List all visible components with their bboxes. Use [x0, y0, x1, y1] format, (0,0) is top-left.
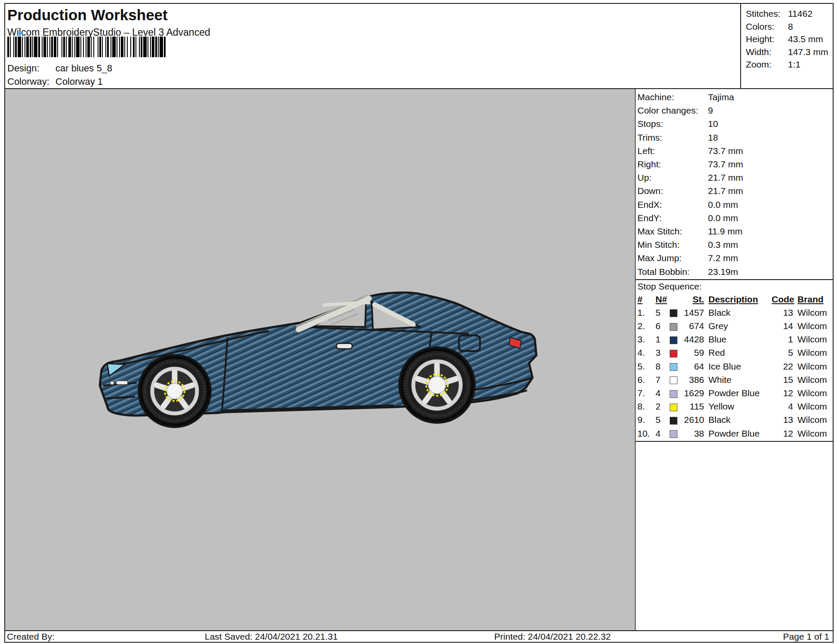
door-handle	[336, 343, 352, 349]
machine-info-row: Max Stitch:11.9 mm	[637, 225, 833, 238]
cell-num: 9.	[637, 413, 655, 426]
design-value: car blues 5_8	[55, 62, 112, 75]
cell-num: 10.	[637, 427, 655, 440]
summary-row-value: 43.5 mm	[788, 33, 823, 46]
thread-color-swatch	[670, 350, 677, 357]
summary-row-label: Zoom:	[746, 58, 788, 71]
printed-label: Printed: 24/04/2021 20.22.32	[494, 631, 611, 642]
machine-info-row-label: EndX:	[637, 198, 708, 211]
machine-info-row-value: 10	[708, 117, 718, 130]
machine-info-row-value: 11.9 mm	[708, 225, 742, 238]
barcode-bar	[34, 37, 37, 57]
stop-sequence-row: 5.864Ice Blue22Wilcom	[636, 360, 833, 373]
machine-info-row-label: Right:	[637, 157, 708, 171]
machine-info-row-value: 73.7 mm	[708, 157, 743, 171]
stop-sequence-row: 3.14428Blue1Wilcom	[636, 333, 833, 346]
machine-info-row-value: 21.7 mm	[708, 171, 743, 184]
last-saved-label: Last Saved: 24/04/2021 20.21.31	[205, 631, 338, 642]
cell-code: 22	[772, 360, 793, 373]
stop-sequence-row: 4.359Red5Wilcom	[636, 346, 833, 359]
barcode-gap	[94, 37, 98, 57]
stop-sequence-row: 10.438Powder Blue12Wilcom	[636, 427, 833, 440]
machine-info-row-value: 18	[708, 131, 718, 144]
header: Production Worksheet Wilcom EmbroiderySt…	[5, 4, 833, 89]
summary-row-value: 11462	[788, 7, 812, 20]
cell-num: 6.	[637, 373, 655, 386]
swatch-cell	[670, 427, 681, 440]
cell-n: 3	[655, 346, 670, 359]
stop-sequence-row: 7.41629Powder Blue12Wilcom	[636, 386, 833, 400]
barcode-bar	[18, 37, 21, 57]
cell-num: 5.	[637, 360, 655, 373]
front-wheel	[138, 354, 212, 428]
rear-wheel	[398, 346, 476, 424]
cell-brand: Wilcom	[793, 413, 833, 426]
design-summary-box: Stitches:11462Colors:8Height:43.5 mmWidt…	[740, 4, 833, 88]
stop-sequence-row: 1.51457Black13Wilcom	[636, 306, 833, 319]
production-worksheet-screenshot: { "header": { "title": "Production Works…	[0, 0, 837, 644]
machine-info-row-label: Color changes:	[637, 104, 708, 117]
colorway-label: Colorway:	[7, 75, 55, 88]
cell-desc: Blue	[704, 333, 772, 346]
cell-st: 1629	[681, 386, 704, 400]
summary-row: Height:43.5 mm	[746, 33, 833, 46]
front-marker-small	[110, 381, 114, 385]
cell-desc: Grey	[704, 319, 772, 333]
machine-info-list: Machine:TajimaColor changes:9Stops:10Tri…	[636, 89, 833, 278]
page-number: Page 1 of 1	[783, 631, 829, 642]
machine-info-row-label: Trims:	[637, 131, 708, 144]
machine-info-row-value: Tajima	[708, 90, 734, 104]
machine-info-row-label: Down:	[637, 184, 708, 197]
cell-st: 386	[681, 373, 704, 386]
cell-n: 4	[655, 386, 670, 400]
thread-color-swatch	[670, 376, 677, 384]
stop-sequence-title: Stop Sequence:	[636, 280, 833, 293]
cell-desc: Ice Blue	[704, 360, 772, 373]
stop-sequence-row: 2.6674Grey14Wilcom	[636, 319, 833, 333]
cell-st: 4428	[681, 333, 704, 346]
thread-color-swatch	[670, 417, 677, 425]
cell-code: 12	[772, 427, 793, 440]
swatch-cell	[670, 346, 681, 359]
cell-st: 64	[681, 360, 704, 373]
barcode-bar	[112, 37, 116, 57]
swatch-cell	[670, 306, 681, 319]
machine-info-row-value: 7.2 mm	[708, 251, 738, 265]
machine-info-row: Total Bobbin:23.19m	[637, 265, 833, 278]
cell-st: 115	[681, 400, 704, 413]
machine-info-row: EndY:0.0 mm	[637, 211, 833, 225]
cell-st: 674	[681, 319, 704, 333]
machine-info-row-label: Max Stitch:	[637, 225, 708, 238]
machine-info-row-label: Stops:	[637, 117, 708, 130]
machine-info-row: Min Stitch:0.3 mm	[637, 238, 833, 251]
cell-n: 2	[655, 400, 670, 413]
summary-row: Colors:8	[746, 20, 833, 33]
summary-row-label: Colors:	[746, 20, 788, 33]
machine-info-row-label: Min Stitch:	[637, 238, 708, 251]
machine-info-row-label: Total Bobbin:	[637, 265, 708, 278]
cell-desc: Black	[704, 413, 772, 426]
stop-sequence-row: 8.2115Yellow4Wilcom	[636, 400, 833, 413]
thread-color-swatch	[670, 309, 677, 317]
swatch-cell	[670, 319, 681, 333]
swatch-cell	[670, 373, 681, 386]
machine-info-row: Max Jump:7.2 mm	[637, 251, 833, 265]
design-row: Design: car blues 5_8	[7, 62, 112, 75]
stop-sequence-header: #N#St.DescriptionCodeBrand	[636, 293, 833, 306]
column-header-: #	[637, 293, 655, 306]
machine-info-row: EndX:0.0 mm	[637, 198, 833, 211]
cell-st: 59	[681, 346, 704, 359]
cell-brand: Wilcom	[793, 346, 833, 359]
thread-color-swatch	[670, 390, 677, 398]
cell-st: 1457	[681, 306, 704, 319]
cell-n: 6	[655, 319, 670, 333]
cell-code: 13	[772, 413, 793, 426]
machine-info-row-label: EndY:	[637, 211, 708, 225]
cell-brand: Wilcom	[793, 400, 833, 413]
created-by-label: Created By:	[7, 631, 55, 642]
cell-brand: Wilcom	[793, 319, 833, 333]
cell-brand: Wilcom	[793, 373, 833, 386]
header-left: Production Worksheet Wilcom EmbroiderySt…	[5, 4, 740, 88]
cell-desc: White	[704, 373, 772, 386]
main: Machine:TajimaColor changes:9Stops:10Tri…	[5, 89, 833, 630]
